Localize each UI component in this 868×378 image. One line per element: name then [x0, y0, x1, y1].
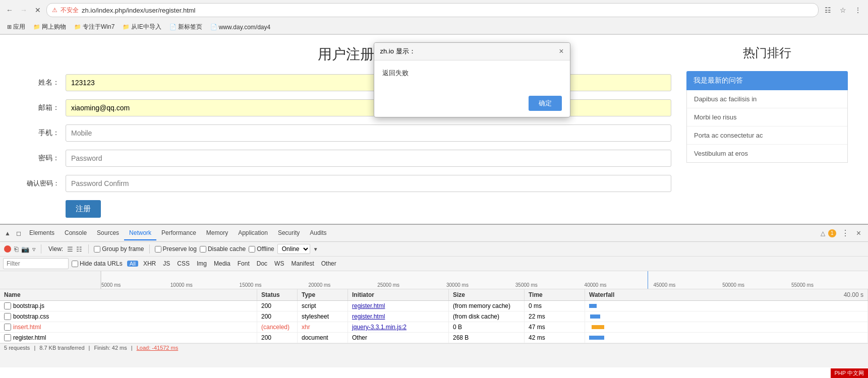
page-icon-1: 📄	[169, 24, 177, 30]
sidebar-item-0[interactable]: Dapibus ac facilisis in	[687, 90, 847, 108]
register-button[interactable]: 注册	[66, 200, 101, 218]
table-row[interactable]: insert.html (canceled) xhr jquery-3.3.1.…	[0, 322, 868, 333]
camera-button[interactable]: 📷	[21, 245, 29, 253]
filter-xhr[interactable]: XHR	[141, 260, 158, 268]
warning-icon: △	[821, 230, 825, 237]
throttle-dropdown[interactable]: ▼	[313, 246, 318, 252]
alert-ok-button[interactable]: 确定	[529, 96, 562, 111]
filter-media[interactable]: Media	[212, 260, 233, 268]
filter-doc[interactable]: Doc	[255, 260, 269, 268]
row-type-3: document	[298, 333, 348, 343]
header-name: Name	[0, 289, 257, 300]
network-filter-input[interactable]	[3, 258, 69, 269]
devtools-device-btn[interactable]: ◻	[13, 228, 24, 239]
browser-chrome: ← → ✕ ⚠ 不安全 zh.io/index.php/index/user/r…	[0, 0, 868, 35]
table-row[interactable]: bootstrap.css 200 stylesheet register.ht…	[0, 311, 868, 322]
bookmark-day[interactable]: 📄 www.day.com/day4	[207, 23, 274, 32]
row-checkbox-0[interactable]	[4, 302, 11, 309]
tab-network[interactable]: Network	[124, 226, 156, 240]
tab-console[interactable]: Console	[60, 226, 92, 240]
preserve-log-label[interactable]: Preserve log	[155, 245, 197, 253]
password-input[interactable]	[66, 150, 671, 167]
tab-security[interactable]: Security	[273, 226, 305, 240]
extensions-button[interactable]: ☷	[822, 4, 834, 16]
phone-input[interactable]	[66, 124, 671, 142]
forward-button[interactable]: →	[18, 5, 29, 16]
preserve-log-text: Preserve log	[163, 245, 197, 253]
offline-text: Offline	[257, 245, 274, 253]
clear-button[interactable]: ⎗	[14, 245, 18, 253]
reload-button[interactable]: ✕	[32, 5, 43, 16]
star-button[interactable]: ☆	[837, 4, 849, 16]
alert-close-button[interactable]: ×	[559, 47, 563, 55]
filter-css[interactable]: CSS	[175, 260, 192, 268]
sidebar-item-3[interactable]: Vestibulum at eros	[687, 145, 847, 162]
status-bar: 5 requests | 8.7 KB transferred | Finish…	[0, 343, 868, 352]
tab-application[interactable]: Application	[233, 226, 273, 240]
bookmark-win7[interactable]: 📁 专注于Win7	[71, 22, 118, 32]
tab-elements[interactable]: Elements	[24, 226, 60, 240]
row-checkbox-3[interactable]	[4, 334, 11, 341]
bookmarks-bar: ⊞ 应用 📁 网上购物 📁 专注于Win7 📁 从IE中导入 📄 新标签页 📄 …	[0, 20, 868, 34]
devtools-close-button[interactable]: ×	[854, 228, 863, 239]
table-row[interactable]: bootstrap.js 200 script register.html (f…	[0, 301, 868, 311]
name-input[interactable]	[66, 74, 671, 91]
bookmark-apps[interactable]: ⊞ 应用	[4, 22, 28, 32]
confirm-input[interactable]	[66, 175, 671, 192]
bookmark-new-tab[interactable]: 📄 新标签页	[166, 22, 205, 32]
tab-sources[interactable]: Sources	[92, 226, 124, 240]
waterfall-bar-2	[592, 325, 604, 329]
row-checkbox-1[interactable]	[4, 313, 11, 320]
tick-20000: 20000 ms	[308, 282, 330, 288]
sidebar-item-1[interactable]: Morbi leo risus	[687, 108, 847, 127]
tab-memory[interactable]: Memory	[201, 226, 233, 240]
sidebar: 热门排行 我是最新的问答 Dapibus ac facilisis in Mor…	[686, 45, 848, 218]
hide-data-urls-label[interactable]: Hide data URLs	[72, 260, 123, 267]
hide-data-urls-text: Hide data URLs	[80, 260, 123, 267]
menu-button[interactable]: ⋮	[852, 4, 864, 16]
address-bar[interactable]: ⚠ 不安全 zh.io/index.php/index/user/registe…	[46, 3, 819, 17]
group-by-frame-label[interactable]: Group by frame	[94, 245, 144, 253]
table-row[interactable]: register.html 200 document Other 268 B 4…	[0, 333, 868, 343]
offline-checkbox[interactable]	[249, 246, 255, 253]
large-view-button[interactable]: ☷	[75, 245, 83, 254]
network-table: Name Status Type Initiator Size Time Wat…	[0, 289, 868, 343]
bookmark-ie-label: 从IE中导入	[131, 23, 161, 31]
name-label: 姓名：	[20, 78, 66, 87]
filter-other[interactable]: Other	[319, 260, 338, 268]
row-name-2: insert.html	[0, 322, 257, 332]
tab-audits[interactable]: Audits	[305, 226, 331, 240]
bookmark-ie-import[interactable]: 📁 从IE中导入	[120, 22, 164, 32]
tick-55000: 55000 ms	[791, 282, 814, 288]
group-by-frame-checkbox[interactable]	[94, 246, 100, 253]
tab-performance[interactable]: Performance	[156, 226, 201, 240]
row-status-3: 200	[257, 333, 298, 343]
status-load[interactable]: Load: -41572 ms	[137, 345, 179, 351]
devtools-inspect-btn[interactable]: ▲	[2, 228, 13, 239]
hide-data-urls-checkbox[interactable]	[72, 261, 78, 267]
status-finish: Finish: 42 ms	[94, 345, 127, 351]
online-select[interactable]: Online	[277, 244, 310, 254]
filter-button[interactable]: ▿	[32, 245, 36, 253]
filter-manifest[interactable]: Manifest	[289, 260, 316, 268]
alert-title: zh.io 显示：	[380, 47, 416, 56]
bookmark-shopping[interactable]: 📁 网上购物	[30, 22, 69, 32]
filter-font[interactable]: Font	[236, 260, 252, 268]
disable-cache-label[interactable]: Disable cache	[200, 245, 246, 253]
preserve-log-checkbox[interactable]	[155, 246, 161, 253]
offline-label[interactable]: Offline	[249, 245, 274, 253]
all-badge[interactable]: All	[127, 261, 138, 267]
row-checkbox-2[interactable]	[4, 324, 11, 331]
back-button[interactable]: ←	[4, 5, 15, 16]
disable-cache-checkbox[interactable]	[200, 246, 206, 253]
apps-icon: ⊞	[7, 24, 12, 30]
filter-ws[interactable]: WS	[272, 260, 286, 268]
sidebar-item-2[interactable]: Porta ac consectetur ac	[687, 127, 847, 145]
view-label: View:	[48, 245, 63, 253]
filter-js[interactable]: JS	[161, 260, 172, 268]
devtools-more-btn[interactable]: ⋮	[839, 227, 851, 239]
email-input[interactable]	[66, 99, 671, 116]
record-button[interactable]	[4, 245, 11, 253]
filter-img[interactable]: Img	[195, 260, 209, 268]
list-view-button[interactable]: ☰	[66, 245, 74, 254]
